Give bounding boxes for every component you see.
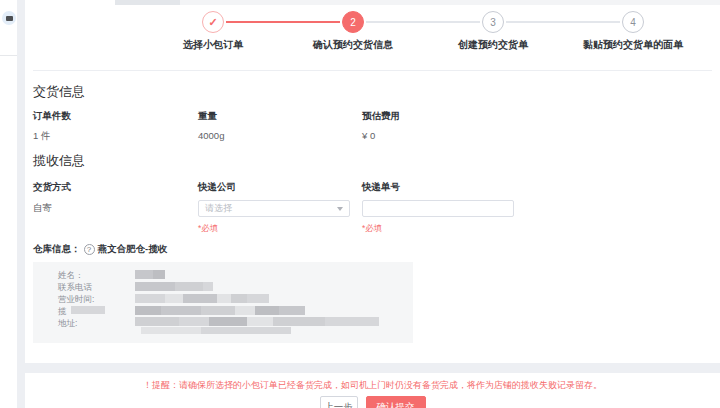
tracking-number-input[interactable] xyxy=(362,200,514,217)
avatar-icon xyxy=(6,16,13,21)
sidebar-avatar[interactable] xyxy=(2,11,16,25)
warehouse-address-label: 地址: xyxy=(58,318,77,330)
previous-step-button[interactable]: 上一步 xyxy=(320,396,358,408)
chevron-down-icon xyxy=(337,207,343,211)
censored-address-line2 xyxy=(141,327,291,334)
step-3-label: 创建预约交货单 xyxy=(423,38,563,52)
courier-select-placeholder: 请选择 xyxy=(205,202,337,215)
warehouse-phone-label: 联系电话 xyxy=(58,282,92,294)
pickup-info-title: 揽收信息 xyxy=(33,152,85,170)
warehouse-name: 燕文合肥仓-揽收 xyxy=(98,243,168,256)
page-gutter xyxy=(17,0,25,408)
section-divider xyxy=(33,70,712,71)
courier-company-label: 快递公司 xyxy=(198,181,236,194)
delivery-method-label: 交货方式 xyxy=(33,181,71,194)
estimated-fee-value: ¥ 0 xyxy=(362,130,375,141)
warehouse-pickup-label: 揽 xyxy=(58,306,67,318)
step-2-label: 确认预约交货信息 xyxy=(283,38,423,52)
warehouse-info-row: 仓库信息： ? 燕文合肥仓-揽收 xyxy=(33,243,167,256)
censored-phone-value xyxy=(135,282,213,291)
warehouse-detail-box: 姓名： 联系电话 营业时间: 揽 地址: xyxy=(33,262,413,343)
delivery-method-value: 自寄 xyxy=(33,202,52,215)
step-4-circle: 4 xyxy=(622,11,644,33)
censored-pickup-value xyxy=(135,306,305,315)
step-3-circle: 3 xyxy=(482,11,504,33)
tracking-number-label: 快递单号 xyxy=(362,181,400,194)
top-strip-dark xyxy=(115,0,180,5)
step-1-label: 选择小包订单 xyxy=(143,38,283,52)
footer-actions: 上一步 确认提交 xyxy=(25,396,720,408)
help-question-icon[interactable]: ? xyxy=(84,244,95,255)
top-strip-light xyxy=(180,0,720,5)
confirm-submit-button[interactable]: 确认提交 xyxy=(366,396,426,408)
weight-value: 4000g xyxy=(198,130,224,141)
footer-bar: ！提醒：请确保所选择的小包订单已经备货完成，如司机上门时仍没有备货完成，将作为店… xyxy=(25,373,720,408)
tracking-required-hint: *必填 xyxy=(362,223,382,235)
main-card: ✓ 2 3 4 选择小包订单 确认预约交货信息 创建预约交货单 黏贴预约交货单的… xyxy=(25,0,720,363)
censored-hours-value xyxy=(135,294,269,303)
censored-address-value xyxy=(135,317,379,326)
order-count-label: 订单件数 xyxy=(33,110,71,123)
step-connector-1 xyxy=(226,21,340,23)
warehouse-info-label: 仓库信息： xyxy=(33,243,81,256)
censored-name-value xyxy=(135,270,165,279)
step-4-label: 黏贴预约交货单的面单 xyxy=(563,38,703,52)
step-2-circle: 2 xyxy=(342,11,364,33)
delivery-info-title: 交货信息 xyxy=(33,83,85,101)
step-connector-2 xyxy=(366,21,480,23)
warehouse-name-label: 姓名： xyxy=(58,270,84,282)
reminder-text: ！提醒：请确保所选择的小包订单已经备货完成，如司机上门时仍没有备货完成，将作为店… xyxy=(25,379,720,392)
courier-company-select[interactable]: 请选择 xyxy=(198,200,350,217)
courier-required-hint: *必填 xyxy=(198,223,218,235)
step-connector-3 xyxy=(506,21,620,23)
step-1-check-icon: ✓ xyxy=(202,11,224,33)
censored-label-fragment xyxy=(71,306,105,314)
card-footer-gap xyxy=(17,363,720,373)
collapsed-sidebar xyxy=(0,0,17,408)
sidebar-divider xyxy=(0,55,17,56)
warehouse-hours-label: 营业时间: xyxy=(58,294,94,306)
estimated-fee-label: 预估费用 xyxy=(362,110,400,123)
weight-label: 重量 xyxy=(198,110,217,123)
order-count-value: 1 件 xyxy=(33,130,50,143)
